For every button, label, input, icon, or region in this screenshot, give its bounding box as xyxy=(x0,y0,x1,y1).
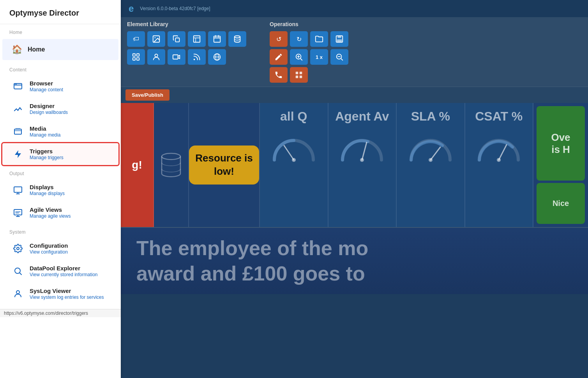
sidebar-item-displays[interactable]: Displays Manage displays xyxy=(2,179,118,201)
element-btn-database[interactable] xyxy=(228,31,246,47)
svg-rect-17 xyxy=(133,54,135,56)
svg-point-12 xyxy=(154,37,155,38)
gauge-all-q xyxy=(268,127,319,166)
edit-button[interactable] xyxy=(270,49,288,65)
sidebar-item-designer[interactable]: Designer Design wallboards xyxy=(2,98,118,120)
url-bar: https://v6.optymyse.com/director/trigger… xyxy=(0,309,121,317)
displays-title: Displays xyxy=(30,184,65,190)
configuration-title: Configuration xyxy=(30,242,68,249)
main-area: e Version 6.0.0-beta 42d0fc7 [edge] Elem… xyxy=(121,0,588,378)
element-btn-avatar[interactable] xyxy=(147,49,165,65)
sidebar-item-agile-views[interactable]: Agile Views Manage agile views xyxy=(2,202,118,224)
zoom-in-button[interactable] xyxy=(290,49,308,65)
svg-line-42 xyxy=(499,145,507,160)
redo-button[interactable]: ↻ xyxy=(290,31,308,47)
zoom-reset-button[interactable]: 1 x xyxy=(310,49,328,65)
svg-rect-22 xyxy=(173,55,178,59)
sidebar-item-triggers[interactable]: Triggers Manage triggers xyxy=(2,143,118,165)
eom-banner: The employee of the moaward and £100 goe… xyxy=(121,228,588,294)
grid-layout-button[interactable] xyxy=(290,67,308,83)
sidebar-item-home[interactable]: 🏠 Home xyxy=(2,39,118,60)
nice-card: Nice xyxy=(537,183,585,224)
call-button[interactable] xyxy=(270,67,288,83)
svg-marker-5 xyxy=(15,150,21,158)
sidebar-item-syslog-viewer[interactable]: SysLog Viewer View system log entries fo… xyxy=(2,283,118,305)
action-bar: Save/Publish xyxy=(121,87,588,103)
displays-icon xyxy=(12,185,24,195)
svg-rect-27 xyxy=(337,36,341,38)
element-buttons-row1: 🏷 xyxy=(127,31,246,47)
svg-rect-19 xyxy=(133,58,135,60)
element-btn-rss[interactable] xyxy=(188,49,206,65)
sidebar-item-media[interactable]: Media Manage media xyxy=(2,121,118,142)
svg-rect-13 xyxy=(175,38,179,42)
triggers-sub: Manage triggers xyxy=(30,155,64,160)
svg-point-39 xyxy=(360,158,364,162)
svg-rect-32 xyxy=(300,72,302,74)
sidebar-item-datapool-explorer[interactable]: DataPool Explorer View currently stored … xyxy=(2,260,118,282)
agile-views-title: Agile Views xyxy=(30,206,71,213)
eom-text: The employee of the moaward and £100 goe… xyxy=(136,236,368,286)
syslog-title: SysLog Viewer xyxy=(30,287,104,294)
agile-views-icon xyxy=(12,208,24,217)
element-btn-copy[interactable] xyxy=(168,31,185,47)
sidebar-item-configuration[interactable]: Configuration View configuration xyxy=(2,238,118,259)
datapool-icon xyxy=(12,266,24,276)
right-cards: Oveis H Nice xyxy=(533,103,588,227)
svg-point-35 xyxy=(162,153,180,160)
svg-rect-33 xyxy=(296,76,298,78)
metric-all-q: all Q xyxy=(260,103,328,227)
svg-point-37 xyxy=(292,158,296,162)
element-btn-image[interactable] xyxy=(147,31,165,47)
media-text: Media Manage media xyxy=(30,125,60,138)
sidebar-item-browser[interactable]: Browser Manage content xyxy=(2,75,118,97)
logo-mark: e xyxy=(129,3,134,14)
displays-sub: Manage displays xyxy=(30,191,65,196)
browser-sub: Manage content xyxy=(30,87,63,92)
svg-rect-34 xyxy=(300,76,302,78)
metric-csat: CSAT % xyxy=(465,103,534,227)
svg-point-23 xyxy=(194,59,195,60)
element-btn-video[interactable] xyxy=(168,49,185,65)
element-btn-grid[interactable] xyxy=(127,49,145,65)
svg-point-43 xyxy=(497,158,501,162)
warning-text: g! xyxy=(132,159,142,171)
metric-agent-av-label: Agent Av xyxy=(335,109,389,124)
metric-all-q-label: all Q xyxy=(280,109,307,124)
svg-rect-3 xyxy=(14,129,21,134)
svg-point-8 xyxy=(17,247,19,250)
element-btn-globe[interactable] xyxy=(208,49,226,65)
undo-button[interactable]: ↺ xyxy=(270,31,288,47)
element-btn-table[interactable] xyxy=(188,31,206,47)
agile-views-sub: Manage agile views xyxy=(30,213,71,219)
element-library-section: Element Library 🏷 xyxy=(127,21,246,65)
section-label-content: Content xyxy=(0,62,121,75)
zoom-out-button[interactable] xyxy=(330,49,348,65)
triggers-text: Triggers Manage triggers xyxy=(30,148,64,160)
svg-point-10 xyxy=(16,291,19,294)
datapool-sub: View currently stored information xyxy=(30,272,98,277)
svg-rect-14 xyxy=(194,36,200,43)
section-label-output: Output xyxy=(0,165,121,179)
svg-rect-20 xyxy=(137,58,139,60)
operation-buttons-row2: 1 x xyxy=(270,49,348,65)
section-label-home: Home xyxy=(0,24,121,37)
svg-point-9 xyxy=(15,268,20,273)
svg-rect-28 xyxy=(337,39,342,42)
metric-agent-av: Agent Av xyxy=(328,103,397,227)
open-button[interactable] xyxy=(310,31,328,47)
save-button[interactable] xyxy=(330,31,348,47)
svg-rect-15 xyxy=(214,36,221,43)
svg-rect-7 xyxy=(14,209,22,215)
db-card xyxy=(154,103,189,227)
save-publish-button[interactable]: Save/Publish xyxy=(125,89,170,101)
element-btn-calendar[interactable] xyxy=(208,31,226,47)
element-btn-tag[interactable]: 🏷 xyxy=(127,31,145,47)
home-icon: 🏠 xyxy=(12,44,22,55)
metric-sla: SLA % xyxy=(397,103,465,227)
svg-line-36 xyxy=(284,146,294,160)
warning-card: g! xyxy=(121,103,154,227)
metric-sla-label: SLA % xyxy=(411,109,450,124)
media-sub: Manage media xyxy=(30,132,60,138)
element-library-label: Element Library xyxy=(127,21,246,27)
